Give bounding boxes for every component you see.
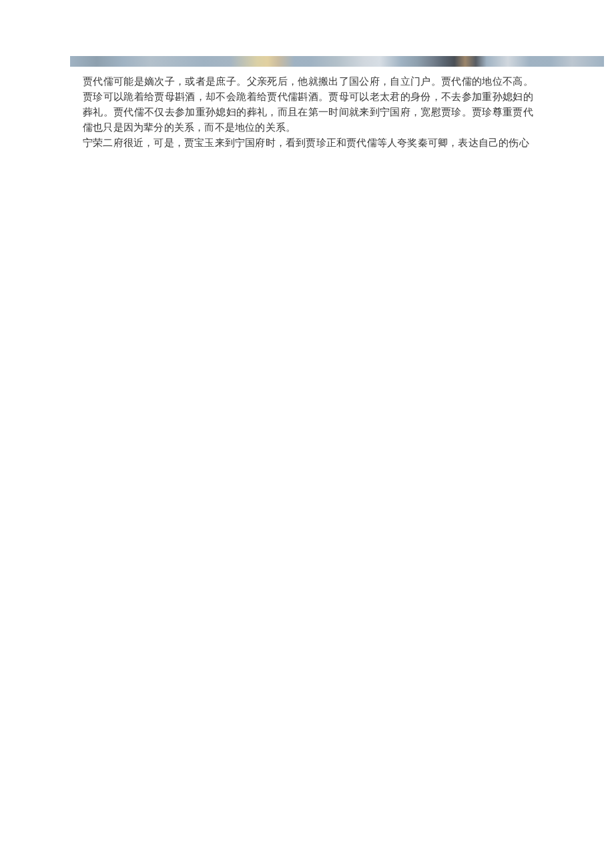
paragraph-2: 宁荣二府很近，可是，贾宝玉来到宁国府时，看到贾珍正和贾代儒等人夸奖秦可卿，表达自… — [83, 135, 533, 151]
paragraph-1: 贾代儒可能是嫡次子，或者是庶子。父亲死后，他就搬出了国公府，自立门户。贾代儒的地… — [83, 74, 533, 135]
article-content: 贾代儒可能是嫡次子，或者是庶子。父亲死后，他就搬出了国公府，自立门户。贾代儒的地… — [83, 74, 533, 151]
decorative-banner — [70, 56, 604, 67]
